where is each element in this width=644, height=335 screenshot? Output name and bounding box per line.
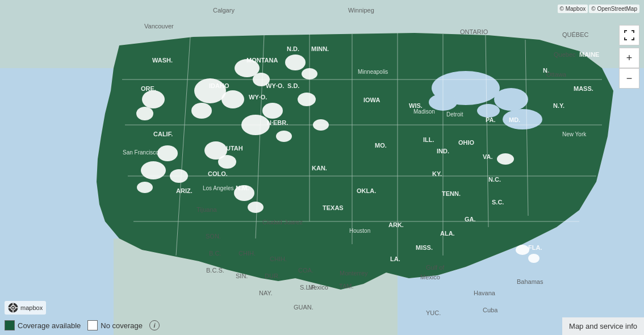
svg-text:YUC.: YUC. — [426, 309, 441, 316]
zoom-in-button[interactable]: + — [619, 48, 639, 68]
svg-text:COLO.: COLO. — [208, 170, 228, 177]
svg-text:Gulf of: Gulf of — [426, 264, 445, 271]
svg-text:Ciudad Juarez: Ciudad Juarez — [262, 219, 303, 225]
openstreetmap-attribution-link[interactable]: © OpenStreetMap — [589, 5, 639, 13]
svg-text:Cuba: Cuba — [483, 307, 498, 313]
map-attribution: © Mapbox © OpenStreetMap — [558, 5, 639, 13]
svg-point-18 — [276, 131, 292, 142]
svg-text:S.L.P.: S.L.P. — [300, 284, 316, 291]
svg-text:MD.: MD. — [509, 116, 520, 123]
svg-text:COA.: COA. — [298, 267, 313, 274]
service-info-button[interactable]: Map and service info — [562, 317, 644, 335]
svg-text:CHIH.: CHIH. — [270, 256, 287, 262]
mapbox-attribution-link[interactable]: © Mapbox — [558, 5, 588, 13]
svg-text:MISS.: MISS. — [416, 244, 433, 251]
fullscreen-button[interactable] — [619, 25, 639, 45]
svg-text:Ottawa: Ottawa — [546, 71, 567, 78]
svg-text:TEXAS: TEXAS — [323, 204, 344, 211]
svg-text:Tijuana: Tijuana — [196, 206, 218, 213]
svg-text:KAN.: KAN. — [312, 165, 327, 171]
svg-point-31 — [497, 153, 514, 165]
svg-text:ARIZ.: ARIZ. — [176, 187, 193, 194]
svg-text:WY·O.: WY·O. — [266, 82, 284, 89]
svg-point-130 — [12, 307, 14, 309]
svg-text:San Francisco: San Francisco — [123, 149, 159, 156]
svg-text:N.D.: N.D. — [287, 45, 299, 52]
svg-text:Minneapolis: Minneapolis — [358, 69, 388, 75]
svg-text:N·EBR.: N·EBR. — [267, 119, 288, 126]
svg-text:IOWA: IOWA — [363, 97, 380, 103]
svg-text:N.Y.: N.Y. — [553, 102, 564, 109]
svg-point-22 — [137, 182, 153, 193]
svg-point-10 — [221, 90, 244, 108]
svg-text:Madison: Madison — [413, 108, 435, 115]
svg-text:TAM.: TAM. — [339, 283, 353, 290]
coverage-swatch — [5, 320, 15, 330]
svg-text:Quebec: Quebec — [554, 51, 576, 58]
zoom-out-button[interactable]: − — [619, 68, 639, 89]
svg-point-19 — [157, 145, 178, 161]
coverage-legend-item: Coverage available — [5, 320, 81, 330]
svg-text:QUÉBEC: QUÉBEC — [562, 31, 589, 38]
svg-text:Monterrey: Monterrey — [340, 270, 368, 277]
no-coverage-legend-item: No coverage — [87, 320, 143, 330]
svg-point-33 — [528, 254, 540, 263]
svg-text:KY.: KY. — [432, 170, 442, 177]
svg-text:N.C.: N.C. — [488, 176, 501, 183]
svg-text:DUR.: DUR. — [265, 273, 280, 279]
svg-text:ALA.: ALA. — [440, 230, 455, 237]
svg-point-27 — [285, 55, 306, 70]
svg-text:CHIH.: CHIH. — [239, 250, 256, 257]
mapbox-logo: mapbox — [5, 301, 46, 315]
svg-point-32 — [516, 245, 529, 255]
coverage-label: Coverage available — [18, 321, 81, 330]
no-coverage-swatch — [87, 320, 98, 330]
svg-text:Houston: Houston — [349, 228, 370, 234]
svg-text:MAINE: MAINE — [579, 51, 599, 58]
svg-text:CALIF.: CALIF. — [153, 131, 173, 137]
svg-text:Havana: Havana — [474, 290, 496, 296]
svg-point-26 — [248, 202, 264, 213]
svg-text:B.C.: B.C. — [209, 250, 221, 257]
svg-text:ILL.: ILL. — [423, 136, 434, 143]
svg-text:GA.: GA. — [465, 216, 476, 223]
svg-text:PA.: PA. — [486, 116, 496, 123]
svg-point-24 — [218, 155, 236, 169]
svg-text:Vancouver: Vancouver — [144, 23, 174, 30]
svg-text:MINN.: MINN. — [311, 45, 329, 52]
svg-text:TENN.: TENN. — [442, 190, 461, 197]
svg-text:LA.: LA. — [390, 256, 400, 262]
svg-point-37 — [477, 104, 500, 118]
svg-text:VA.: VA. — [483, 153, 493, 160]
svg-text:N.M.: N.M. — [236, 185, 249, 191]
svg-point-11 — [191, 103, 212, 119]
legend-info-button[interactable]: i — [149, 320, 160, 330]
svg-text:OHIO: OHIO — [458, 139, 475, 146]
svg-point-29 — [298, 93, 316, 106]
svg-text:NAY.: NAY. — [259, 290, 272, 296]
svg-text:IND.: IND. — [437, 148, 449, 154]
no-coverage-label: No coverage — [101, 321, 143, 330]
svg-text:GUAN.: GUAN. — [294, 304, 313, 311]
svg-text:Mexico: Mexico — [420, 274, 440, 280]
svg-text:ONTARIO: ONTARIO — [460, 28, 488, 35]
svg-text:MO.: MO. — [375, 142, 387, 149]
mapbox-logo-text: mapbox — [20, 304, 43, 311]
svg-text:Calgary: Calgary — [213, 7, 235, 14]
svg-text:OKLA.: OKLA. — [357, 187, 376, 194]
mapbox-logo-icon — [8, 303, 18, 313]
svg-text:Detroit: Detroit — [446, 111, 463, 118]
map-controls: + − — [619, 25, 639, 89]
svg-point-17 — [262, 103, 283, 119]
svg-text:S.D.: S.D. — [287, 82, 299, 89]
svg-text:IDAHO: IDAHO — [209, 82, 229, 89]
svg-text:SON.: SON. — [206, 233, 221, 240]
svg-text:MONTANA: MONTANA — [246, 57, 278, 64]
svg-text:Bahamas: Bahamas — [517, 278, 543, 285]
map-container[interactable]: WASH. ORE. CALIF. IDAHO MONTANA WY·O. UT… — [0, 0, 644, 335]
svg-text:WASH.: WASH. — [152, 57, 173, 64]
svg-text:ORE.: ORE. — [141, 85, 156, 92]
svg-text:S.C.: S.C. — [492, 199, 504, 206]
svg-text:SIN.: SIN. — [236, 273, 248, 279]
svg-text:B.C.S.: B.C.S. — [206, 267, 224, 274]
